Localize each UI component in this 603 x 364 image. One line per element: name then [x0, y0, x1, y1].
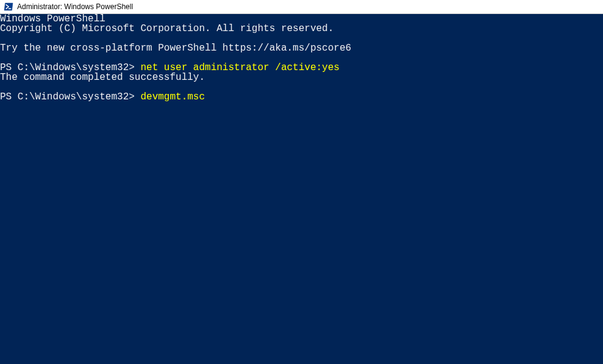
- prompt-text: PS C:\Windows\system32>: [0, 91, 140, 102]
- terminal-line: [0, 82, 603, 92]
- terminal-line: [0, 53, 603, 63]
- terminal-line: Try the new cross-platform PowerShell ht…: [0, 43, 603, 53]
- terminal-line: Copyright (C) Microsoft Corporation. All…: [0, 24, 603, 34]
- terminal-line: PS C:\Windows\system32> net user adminis…: [0, 63, 603, 73]
- output-text: Try the new cross-platform PowerShell ht…: [0, 43, 351, 54]
- window-titlebar[interactable]: Administrator: Windows PowerShell: [0, 0, 603, 14]
- terminal-line: [0, 34, 603, 43]
- terminal-line: Windows PowerShell: [0, 14, 603, 24]
- terminal-line: The command completed successfully.: [0, 73, 603, 82]
- output-text: Copyright (C) Microsoft Corporation. All…: [0, 23, 334, 34]
- terminal-output-area[interactable]: Windows PowerShellCopyright (C) Microsof…: [0, 14, 603, 364]
- output-text: The command completed successfully.: [0, 72, 205, 83]
- command-text: devmgmt.msc: [140, 91, 205, 102]
- window-title: Administrator: Windows PowerShell: [17, 2, 133, 11]
- powershell-icon: [4, 2, 13, 12]
- terminal-line: PS C:\Windows\system32> devmgmt.msc: [0, 92, 603, 102]
